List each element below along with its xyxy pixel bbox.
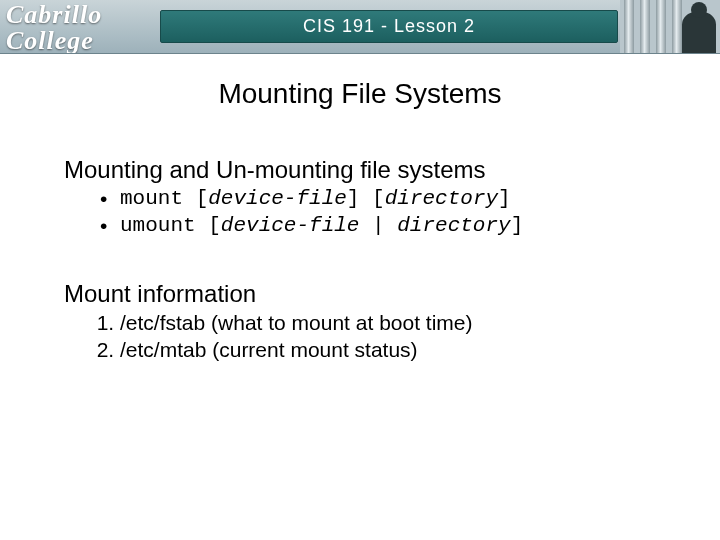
header-photo: [620, 0, 720, 54]
info-item-fstab: /etc/fstab (what to mount at boot time): [120, 310, 656, 337]
course-title: CIS 191 - Lesson 2: [303, 16, 475, 37]
slide: Cabrillo College est. 1959 CIS 191 - Les…: [0, 0, 720, 540]
info-list: /etc/fstab (what to mount at boot time) …: [120, 310, 656, 364]
info-item-mtab: /etc/mtab (current mount status): [120, 337, 656, 364]
person-silhouette-icon: [682, 12, 716, 54]
course-title-bar: CIS 191 - Lesson 2: [160, 10, 618, 43]
college-logo: Cabrillo College est. 1959: [6, 2, 156, 50]
section-heading-info: Mount information: [64, 280, 656, 308]
logo-est: est. 1959: [38, 52, 156, 54]
header-banner: Cabrillo College est. 1959 CIS 191 - Les…: [0, 0, 720, 54]
section-heading-mounting: Mounting and Un-mounting file systems: [64, 156, 656, 184]
slide-content: Mounting File Systems Mounting and Un-mo…: [0, 54, 720, 364]
command-list: mount [device-file] [directory] umount […: [100, 186, 656, 240]
slide-title: Mounting File Systems: [64, 78, 656, 110]
logo-text: Cabrillo College: [6, 2, 156, 54]
command-umount: umount [device-file | directory]: [100, 213, 656, 240]
command-mount: mount [device-file] [directory]: [100, 186, 656, 213]
